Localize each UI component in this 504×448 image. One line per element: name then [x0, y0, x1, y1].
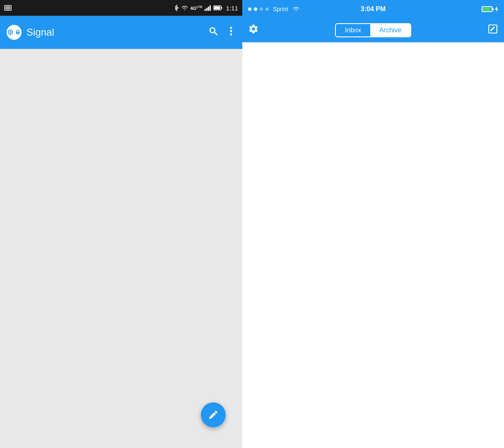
svg-point-10: [10, 31, 12, 33]
lte-indicator: 4GLTE: [191, 5, 203, 11]
signal-dot-3: [260, 7, 263, 11]
ios-status-bar: Sprint 3:04 PM: [242, 0, 504, 18]
svg-point-19: [230, 34, 232, 36]
ios-battery-icon: [482, 6, 492, 12]
svg-line-16: [215, 32, 217, 35]
svg-rect-4: [208, 7, 209, 11]
screenshot-icon: [4, 5, 12, 11]
gear-icon: [248, 24, 259, 34]
ios-battery-fill: [483, 7, 490, 11]
app-title: Signal: [27, 27, 200, 38]
signal-app-header: Signal: [0, 16, 242, 49]
ios-signal-dots: Sprint: [248, 6, 300, 12]
ios-panel: Sprint 3:04 PM I: [242, 0, 504, 448]
search-icon: [208, 26, 218, 36]
bluetooth-icon: [175, 5, 179, 11]
settings-button[interactable]: [248, 24, 259, 37]
svg-rect-7: [221, 7, 222, 9]
signal-dot-1: [248, 7, 251, 11]
svg-point-17: [230, 27, 232, 29]
signal-dot-2: [254, 7, 257, 11]
ios-lightning-icon: [495, 6, 498, 12]
ios-content-area: [242, 42, 504, 448]
svg-point-14: [17, 32, 18, 33]
carrier-name: Sprint: [273, 6, 288, 12]
ios-wifi-icon: [292, 6, 300, 12]
svg-rect-2: [205, 9, 206, 11]
svg-rect-8: [214, 7, 220, 10]
svg-point-18: [230, 30, 232, 32]
wifi-icon: [181, 5, 188, 11]
tab-inbox[interactable]: Inbox: [336, 24, 370, 36]
ios-app-header: Inbox Archive: [242, 18, 504, 42]
compose-icon: [487, 24, 498, 34]
signal-lock-icon: [14, 28, 22, 37]
tab-archive[interactable]: Archive: [370, 24, 410, 36]
android-panel: 4GLTE 1:11: [0, 0, 242, 448]
signal-bars-icon: [205, 5, 211, 11]
signal-dot-4: [265, 7, 269, 11]
battery-indicator: [213, 5, 222, 10]
svg-rect-3: [206, 8, 207, 11]
time-display: 1:11: [226, 5, 238, 12]
search-button[interactable]: [205, 23, 222, 42]
compose-fab-icon: [208, 409, 219, 420]
signal-logo-icon: [7, 28, 14, 37]
ios-time: 3:04 PM: [361, 5, 386, 13]
signal-logo: [7, 25, 22, 40]
android-status-right: 4GLTE 1:11: [175, 5, 238, 12]
android-content-area: [0, 49, 242, 448]
android-status-bar: 4GLTE 1:11: [0, 0, 242, 16]
ios-status-right: [482, 6, 498, 12]
more-options-icon: [230, 26, 232, 36]
compose-button[interactable]: [487, 24, 498, 37]
svg-rect-5: [210, 5, 211, 11]
svg-rect-1: [5, 6, 10, 10]
more-options-button[interactable]: [227, 23, 236, 42]
android-status-left: [4, 5, 12, 11]
inbox-archive-tabs: Inbox Archive: [335, 23, 412, 37]
compose-fab-button[interactable]: [201, 402, 226, 427]
